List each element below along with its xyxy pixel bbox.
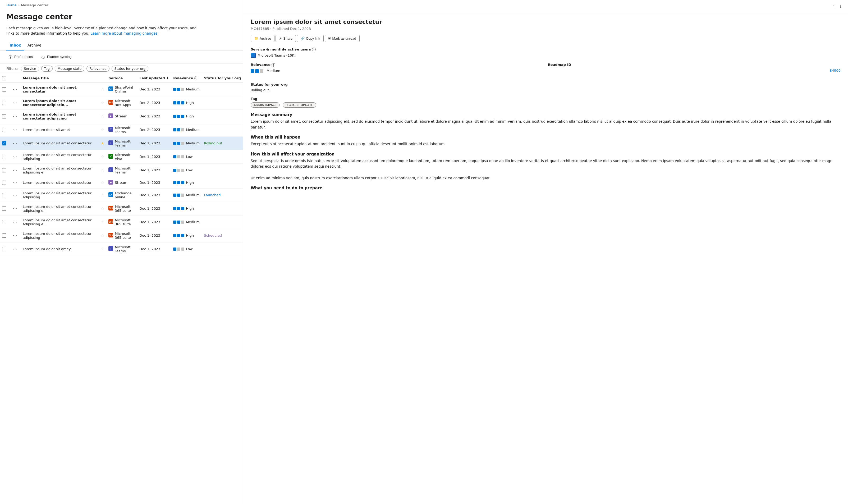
home-link[interactable]: Home: [6, 3, 16, 7]
table-row[interactable]: ⋯Lorem ipsum dolor sit amet☆TMicrosoft T…: [0, 123, 243, 137]
star-icon-2[interactable]: ☆: [101, 114, 104, 119]
row-title-8[interactable]: Lorem ipsum dolor sit amet consectetur a…: [21, 188, 98, 202]
row-title-2[interactable]: Lorem ipsum dolor sit amet consectetur a…: [21, 109, 98, 123]
row-menu-10[interactable]: ⋯: [12, 219, 19, 225]
row-checkbox-1[interactable]: [2, 101, 6, 105]
table-row[interactable]: ⋯Lorem ipsum dolor sit amey☆TMicrosoft T…: [0, 242, 243, 256]
star-icon-3[interactable]: ☆: [101, 127, 104, 132]
relevance-dot-2: [255, 69, 259, 73]
row-checkbox-11[interactable]: [2, 233, 6, 238]
row-title-1[interactable]: Lorem ipsum dolor sit amet consectetur a…: [21, 96, 98, 109]
svg-text:EX: EX: [109, 194, 112, 196]
row-menu-4[interactable]: ⋯: [12, 140, 19, 146]
star-icon-8[interactable]: ☆: [101, 193, 104, 198]
row-title-9[interactable]: Lorem ipsum dolor sit amet consectetur a…: [21, 202, 98, 215]
service-info-icon[interactable]: i: [312, 48, 316, 51]
table-row[interactable]: ⋯Lorem ipsum dolor sit amet consectetur …: [0, 96, 243, 109]
planner-syncing-button[interactable]: Planner syncing: [39, 54, 74, 60]
preferences-button[interactable]: Preferences: [6, 54, 35, 60]
row-checkbox-10[interactable]: [2, 220, 6, 224]
table-row[interactable]: ⋯Lorem ipsum dolor sit amet consectetur …: [0, 229, 243, 242]
copy-link-button[interactable]: 🔗 Copy link: [297, 35, 323, 42]
archive-button[interactable]: 📁 Archive: [251, 35, 274, 42]
table-row[interactable]: ⋯Lorem ipsum dolor sit amet consectetur★…: [0, 137, 243, 150]
row-menu-8[interactable]: ⋯: [12, 192, 19, 198]
row-checkbox-6[interactable]: [2, 168, 6, 173]
filter-status[interactable]: Status for your org: [112, 66, 149, 72]
row-title-11[interactable]: Lorem ipsum dolor sit amet consectetur a…: [21, 229, 98, 242]
roadmap-link[interactable]: 84960: [830, 69, 841, 72]
row-title-6[interactable]: Lorem ipsum dolor sit amet consectetur a…: [21, 163, 98, 177]
row-menu-3[interactable]: ⋯: [12, 127, 19, 133]
row-star-cell: ☆: [98, 123, 106, 137]
table-row[interactable]: ⋯Lorem ipsum dolor sit amet consectetur …: [0, 150, 243, 163]
row-menu-2[interactable]: ⋯: [12, 113, 19, 119]
filter-tag[interactable]: Tag: [41, 66, 53, 72]
row-checkbox-2[interactable]: [2, 114, 6, 119]
row-checkbox-9[interactable]: [2, 206, 6, 211]
row-checkbox-0[interactable]: [2, 87, 6, 91]
row-checkbox-12[interactable]: [2, 247, 6, 251]
star-icon-5[interactable]: ☆: [101, 155, 104, 159]
row-checkbox-8[interactable]: [2, 193, 6, 197]
share-button[interactable]: ↗ Share: [275, 35, 296, 42]
table-row[interactable]: ⋯Lorem ipsum dolor sit amet, consectetur…: [0, 83, 243, 96]
row-menu-0[interactable]: ⋯: [12, 87, 19, 92]
tab-inbox[interactable]: Inbox: [6, 40, 24, 51]
row-status-10: [202, 215, 243, 229]
row-menu-12[interactable]: ⋯: [12, 246, 19, 252]
header-last-updated[interactable]: Last updated ↓: [137, 74, 171, 83]
row-checkbox-3[interactable]: [2, 128, 6, 132]
tab-archive[interactable]: Archive: [24, 40, 44, 51]
row-title-3[interactable]: Lorem ipsum dolor sit amet: [21, 123, 98, 137]
row-menu-9[interactable]: ⋯: [12, 206, 19, 212]
relevance-dots: [173, 115, 184, 118]
header-check[interactable]: [0, 74, 10, 83]
dot-1: [177, 101, 180, 105]
table-row[interactable]: ⋯Lorem ipsum dolor sit amet consectetur …: [0, 215, 243, 229]
row-checkbox-7[interactable]: [2, 181, 6, 185]
learn-more-link[interactable]: Learn more about managing changes: [90, 31, 157, 35]
star-icon-4[interactable]: ★: [101, 141, 104, 146]
star-icon-9[interactable]: ☆: [101, 206, 104, 211]
filter-service[interactable]: Service: [21, 66, 39, 72]
row-title-5[interactable]: Lorem ipsum dolor sit amet consectetur a…: [21, 150, 98, 163]
star-icon-12[interactable]: ☆: [101, 247, 104, 251]
row-menu-6[interactable]: ⋯: [12, 167, 19, 173]
table-row[interactable]: ⋯Lorem ipsum dolor sit amet consectetur …: [0, 202, 243, 215]
nav-up-button[interactable]: ↑: [832, 3, 836, 10]
nav-down-button[interactable]: ↓: [838, 3, 843, 10]
table-row[interactable]: ⋯Lorem ipsum dolor sit amet consectetur☆…: [0, 177, 243, 188]
row-checkbox-4[interactable]: [2, 141, 6, 145]
table-row[interactable]: ⋯Lorem ipsum dolor sit amet consectetur …: [0, 163, 243, 177]
row-menu-7[interactable]: ⋯: [12, 180, 19, 186]
star-icon-11[interactable]: ☆: [101, 233, 104, 238]
row-title-0[interactable]: Lorem ipsum dolor sit amet, consectetur: [21, 83, 98, 96]
relevance-info-icon[interactable]: i: [272, 63, 275, 67]
row-title-10[interactable]: Lorem ipsum dolor sit amet consectetur a…: [21, 215, 98, 229]
star-icon-1[interactable]: ☆: [101, 101, 104, 105]
star-icon-7[interactable]: ☆: [101, 180, 104, 185]
row-menu-11[interactable]: ⋯: [12, 233, 19, 238]
table-row[interactable]: ⋯Lorem ipsum dolor sit amet consectetur …: [0, 188, 243, 202]
dot-0: [173, 101, 176, 105]
row-checkbox-5[interactable]: [2, 155, 6, 159]
row-title-12[interactable]: Lorem ipsum dolor sit amey: [21, 242, 98, 256]
star-icon-10[interactable]: ☆: [101, 220, 104, 224]
row-date-1: Dec 2, 2023: [137, 96, 171, 109]
row-service-2: ▶Stream: [106, 109, 137, 123]
table-header-row: Message title Service Last updated ↓ Rel…: [0, 74, 243, 83]
row-title-4[interactable]: Lorem ipsum dolor sit amet consectetur: [21, 137, 98, 150]
row-title-7[interactable]: Lorem ipsum dolor sit amet consectetur: [21, 177, 98, 188]
row-menu-5[interactable]: ⋯: [12, 154, 19, 160]
star-icon-6[interactable]: ☆: [101, 168, 104, 173]
table-row[interactable]: ⋯Lorem ipsum dolor sit amet consectetur …: [0, 109, 243, 123]
service-icon-4: T: [108, 140, 113, 146]
star-icon-0[interactable]: ☆: [101, 87, 104, 92]
row-menu-1[interactable]: ⋯: [12, 100, 19, 106]
filter-relevance[interactable]: Relevance: [87, 66, 109, 72]
select-all-checkbox[interactable]: [2, 76, 6, 80]
table-body: ⋯Lorem ipsum dolor sit amet, consectetur…: [0, 83, 243, 256]
mark-unread-button[interactable]: ✉ Mark as unread: [325, 35, 360, 42]
filter-message-state[interactable]: Message state: [55, 66, 84, 72]
